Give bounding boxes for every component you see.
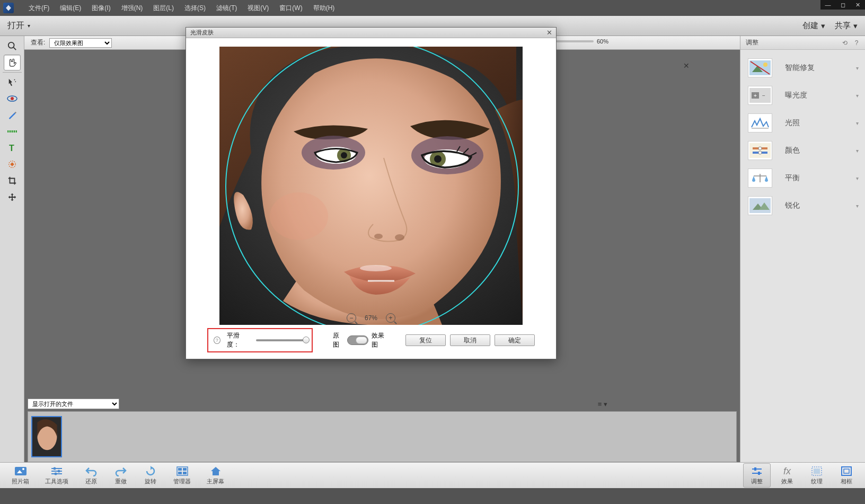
svg-point-6 (11, 97, 14, 100)
svg-rect-57 (758, 472, 760, 475)
exposure-icon: +− (748, 86, 772, 105)
undo-button[interactable]: 还原 (78, 463, 104, 488)
help-icon[interactable]: ? (852, 39, 861, 47)
zoom-pct: 60% (597, 38, 608, 45)
home-button[interactable]: 主屏幕 (200, 463, 231, 488)
menu-window[interactable]: 窗口(W) (274, 2, 307, 15)
menu-file[interactable]: 文件(F) (23, 2, 55, 15)
undo-icon (84, 465, 98, 477)
effects-tab[interactable]: fx 效果 (774, 463, 800, 488)
label: 纹理 (811, 478, 823, 485)
rotate-button[interactable]: 旋转 (137, 463, 164, 488)
svg-rect-52 (183, 472, 187, 474)
open-dropdown[interactable]: 打开 ▾ (7, 20, 30, 31)
text-tool[interactable]: T (4, 140, 21, 156)
adjust-label: 曝光度 (785, 91, 807, 100)
label: 重做 (115, 478, 127, 485)
adjust-exposure[interactable]: +− 曝光度 ▾ (740, 82, 865, 109)
share-label: 共享 (835, 21, 851, 31)
zoom-out-icon[interactable]: − (347, 313, 356, 323)
menu-image[interactable]: 图像(I) (86, 2, 116, 15)
texture-tab[interactable]: 纹理 (804, 463, 830, 488)
close-button[interactable]: ✕ (850, 0, 865, 10)
help-icon[interactable]: ? (214, 337, 220, 344)
create-dropdown[interactable]: 创建 ▾ (802, 21, 825, 31)
cancel-button[interactable]: 取消 (450, 334, 490, 346)
panel-title: 调整 (746, 38, 758, 47)
adjust-color[interactable]: 颜色 ▾ (740, 137, 865, 164)
caret-down-icon: ▾ (28, 23, 30, 29)
frame-tab[interactable]: 相框 (833, 463, 860, 488)
dialog-close-icon[interactable]: ✕ (544, 28, 554, 37)
quick-select-tool[interactable] (4, 74, 21, 90)
zoom-in-icon[interactable]: + (386, 313, 395, 323)
preview-zoom-pct: 67% (365, 314, 377, 322)
menu-view[interactable]: 视图(V) (242, 2, 274, 15)
whiten-teeth-tool[interactable] (4, 107, 21, 123)
titlebar: 文件(F) 编辑(E) 图像(I) 增强(N) 图层(L) 选择(S) 滤镜(T… (0, 0, 865, 16)
before-after-toggle[interactable] (347, 335, 368, 345)
smoothness-label: 平滑度： (227, 331, 250, 349)
svg-rect-38 (15, 467, 27, 475)
hand-tool[interactable] (4, 55, 21, 70)
caret-down-icon: ▾ (821, 21, 825, 31)
label: 主屏幕 (207, 478, 224, 485)
svg-rect-35 (749, 198, 771, 213)
menu-enhance[interactable]: 增强(N) (116, 2, 148, 15)
smooth-skin-dialog: 光滑皮肤 ✕ (186, 27, 557, 359)
smoothness-slider[interactable] (256, 339, 306, 341)
redeye-tool[interactable] (4, 91, 21, 107)
thumbnail[interactable] (31, 416, 62, 457)
menu-edit[interactable]: 编辑(E) (55, 2, 86, 15)
minimize-button[interactable]: — (820, 0, 835, 10)
menu-bar: 文件(F) 编辑(E) 图像(I) 增强(N) 图层(L) 选择(S) 滤镜(T… (23, 2, 340, 15)
svg-line-2 (13, 48, 16, 50)
adjust-smartfix[interactable]: 智能修复 ▾ (740, 54, 865, 82)
effects-icon: fx (780, 465, 794, 477)
reset-button[interactable]: 复位 (405, 334, 446, 346)
adjust-sharpen[interactable]: 锐化 ▾ (740, 192, 865, 219)
share-dropdown[interactable]: 共享 ▾ (835, 21, 858, 31)
view-select[interactable]: 仅限效果图 (49, 38, 112, 48)
menu-layer[interactable]: 图层(L) (148, 2, 179, 15)
dialog-preview (219, 47, 523, 325)
label: 相框 (841, 478, 852, 485)
adjust-lighting[interactable]: 光照 ▾ (740, 109, 865, 137)
move-tool[interactable] (4, 189, 21, 205)
tools-column: T (0, 36, 24, 462)
app-icon (3, 3, 14, 13)
open-label: 打开 (7, 20, 24, 31)
organizer-icon (175, 465, 189, 477)
chevron-icon: ▾ (856, 175, 859, 181)
tool-options-button[interactable]: 工具选项 (39, 463, 75, 488)
redo-button[interactable]: 重做 (108, 463, 134, 488)
maximize-button[interactable]: ◻ (835, 0, 850, 10)
label: 还原 (85, 478, 97, 485)
canvas-close-icon[interactable]: ✕ (683, 61, 690, 70)
separator (3, 72, 22, 73)
menu-help[interactable]: 帮助(H) (308, 2, 340, 15)
label: 照片箱 (12, 478, 29, 485)
svg-rect-60 (842, 467, 851, 475)
sharpen-icon (748, 196, 772, 215)
smoothness-highlight: ? 平滑度： (207, 328, 313, 352)
file-select[interactable]: 显示打开的文件 (28, 399, 119, 409)
svg-rect-14 (10, 162, 14, 166)
control-row: ? 平滑度： 原图 效果图 复位 取消 确定 (207, 328, 535, 352)
adjust-balance[interactable]: 平衡 ▾ (740, 164, 865, 192)
before-label: 原图 (333, 331, 345, 349)
crop-tool[interactable] (4, 173, 21, 189)
spot-heal-tool[interactable] (4, 156, 21, 172)
photo-bin-button[interactable]: 照片箱 (5, 463, 36, 488)
organizer-button[interactable]: 管理器 (167, 463, 197, 488)
reset-icon[interactable]: ⟲ (841, 39, 849, 47)
zoom-tool[interactable] (4, 38, 21, 54)
menu-select[interactable]: 选择(S) (179, 2, 211, 15)
svg-marker-53 (211, 467, 220, 475)
adjust-tab[interactable]: 调整 (743, 463, 771, 488)
menu-filter[interactable]: 滤镜(T) (211, 2, 242, 15)
straighten-tool[interactable] (4, 123, 21, 139)
filmstrip-options[interactable]: ≡ ▾ (598, 400, 607, 408)
ok-button[interactable]: 确定 (495, 334, 535, 346)
dialog-titlebar[interactable]: 光滑皮肤 ✕ (186, 28, 556, 38)
